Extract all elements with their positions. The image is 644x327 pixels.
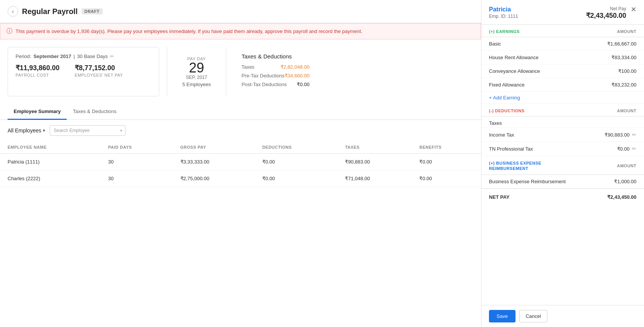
net-pay-row: NET PAY ₹2,43,450.00: [481, 189, 644, 205]
edit-icon[interactable]: ✏: [632, 146, 636, 152]
emp-name-cell: Charles (2222): [0, 170, 100, 187]
net-pay-row-value: ₹2,43,450.00: [607, 194, 636, 200]
pre-tax-value: ₹34,660.00: [285, 73, 310, 79]
net-pay-row-label: NET PAY: [489, 194, 509, 200]
reimbursement-item: Business Expense Reimbursement ₹1,000.00: [481, 175, 644, 189]
period-info: Period: September 2017 | 30 Base Days ✏: [16, 53, 151, 59]
deductions-section-header: (-) DEDUCTIONS AMOUNT: [481, 104, 644, 116]
deduction-item: Income Tax ₹90,883.00 ✏: [481, 128, 644, 142]
summary-card: Period: September 2017 | 30 Base Days ✏ …: [8, 47, 159, 96]
pre-tax-label: Pre-Tax Deductions: [241, 73, 284, 79]
earning-item: Conveyance Allowance ₹100.00: [481, 64, 644, 78]
tab-taxes-deductions[interactable]: Taxes & Deductions: [67, 104, 122, 120]
employees-table: EMPLOYEE NAME PAID DAYS GROSS PAY DEDUCT…: [0, 141, 481, 187]
cancel-button[interactable]: Cancel: [519, 310, 547, 322]
employees-net-pay-label: EMPLOYEES' NET PAY: [75, 73, 123, 77]
emp-name-cell: Patricia (1111): [0, 154, 100, 170]
search-box: Search Employee ▾: [50, 125, 125, 136]
filter-row: All Employees ▾ Search Employee ▾: [0, 120, 481, 141]
deduction-amount: ₹90,883.00 ✏: [605, 132, 636, 138]
benefits-cell: ₹0.00: [412, 154, 481, 170]
reimbursement-list: Business Expense Reimbursement ₹1,000.00: [481, 175, 644, 189]
reimbursement-section-header: (+) BUSINESS EXPENSE REIMBURSEMENT AMOUN…: [481, 156, 644, 175]
payday-employees: 5 Employees: [182, 82, 211, 87]
employees-net-pay-value: ₹8,77,152.00: [75, 64, 123, 72]
col-gross-pay: GROSS PAY: [173, 141, 255, 154]
earnings-list: Basic ₹1,66,667.00 House Rent Allowance …: [481, 37, 644, 92]
taxes-label: Taxes: [241, 64, 254, 70]
deduction-item: TN Professional Tax ₹0.00 ✏: [481, 142, 644, 156]
deduction-amount: ₹0.00 ✏: [617, 146, 636, 152]
search-employee-input[interactable]: Search Employee: [50, 125, 125, 136]
back-button[interactable]: ‹: [8, 6, 18, 17]
taxes-cell: ₹71,048.00: [337, 170, 412, 187]
earning-label: Conveyance Allowance: [489, 68, 540, 74]
earning-label: Fixed Allowance: [489, 82, 525, 88]
period-edit-icon[interactable]: ✏: [110, 53, 114, 59]
add-earning-button[interactable]: + Add Earning: [481, 92, 644, 104]
payroll-cost-label: PAYROLL COST: [16, 73, 60, 77]
payday-day: 29: [189, 61, 204, 75]
earning-amount: ₹83,232.00: [611, 82, 636, 88]
all-employees-dropdown[interactable]: All Employees ▾: [8, 127, 45, 134]
panel-emp-name: Patricia: [489, 6, 558, 13]
table-row[interactable]: Patricia (1111) 30 ₹3,33,333.00 ₹0.00 ₹9…: [0, 154, 481, 170]
table-row[interactable]: Charles (2222) 30 ₹2,75,000.00 ₹0.00 ₹71…: [0, 170, 481, 187]
save-button[interactable]: Save: [489, 310, 516, 322]
earning-label: Basic: [489, 41, 501, 47]
paid-days-cell: 30: [100, 154, 172, 170]
earning-amount: ₹100.00: [618, 68, 636, 74]
alert-message: This payment is overdue by 1,936 day(s).…: [16, 28, 362, 34]
alert-bar: ⓘ This payment is overdue by 1,936 day(s…: [0, 23, 481, 39]
reimbursement-label: Business Expense Reimbursement: [489, 179, 566, 184]
all-employees-chevron: ▾: [43, 128, 45, 133]
panel-emp-id: Emp. ID: 1111: [489, 14, 558, 19]
paid-days-cell: 30: [100, 170, 172, 187]
earning-amount: ₹1,66,667.00: [607, 41, 636, 47]
post-tax-label: Post-Tax Deductions: [241, 82, 287, 87]
taxes-cell: ₹90,883.00: [337, 154, 412, 170]
taxes-title: Taxes & Deductions: [241, 53, 309, 60]
deduction-label: TN Professional Tax: [489, 146, 533, 152]
deductions-amount-header: AMOUNT: [617, 108, 636, 113]
earning-amount: ₹83,334.00: [611, 55, 636, 60]
col-employee-name: EMPLOYEE NAME: [0, 141, 100, 154]
earnings-amount-header: AMOUNT: [617, 29, 636, 34]
reimbursement-amount-header: AMOUNT: [617, 164, 636, 168]
payday-card: PAY DAY 29 SEP, 2017 5 Employees: [167, 47, 226, 96]
benefits-cell: ₹0.00: [412, 170, 481, 187]
col-benefits: BENEFITS: [412, 141, 481, 154]
deductions-sub-label: Taxes: [481, 116, 644, 128]
panel-net-pay-value: ₹2,43,450.00: [558, 11, 626, 20]
edit-icon[interactable]: ✏: [632, 132, 636, 138]
close-panel-button[interactable]: ✕: [631, 6, 636, 13]
search-chevron-icon: ▾: [120, 128, 122, 133]
deductions-cell: ₹0.00: [255, 170, 337, 187]
col-paid-days: PAID DAYS: [100, 141, 172, 154]
col-taxes: TAXES: [337, 141, 412, 154]
deductions-section-title: (-) DEDUCTIONS: [489, 108, 525, 113]
earning-label: House Rent Allowance: [489, 55, 539, 60]
reimbursement-section-title: (+) BUSINESS EXPENSE REIMBURSEMENT: [489, 160, 541, 171]
earnings-section-title: (+) EARNINGS: [489, 29, 520, 34]
alert-icon: ⓘ: [6, 27, 13, 35]
panel-footer: Save Cancel: [481, 305, 644, 327]
deductions-cell: ₹0.00: [255, 154, 337, 170]
post-tax-value: ₹0.00: [297, 82, 309, 87]
taxes-value: ₹2,82,048.00: [280, 64, 310, 70]
earnings-section-header: (+) EARNINGS AMOUNT: [481, 25, 644, 37]
payroll-cost-value: ₹11,93,860.00: [16, 64, 60, 72]
panel-body: (+) EARNINGS AMOUNT Basic ₹1,66,667.00 H…: [481, 25, 644, 305]
draft-badge: DRAFT: [81, 8, 103, 14]
reimbursement-amount: ₹1,000.00: [614, 179, 636, 184]
employee-detail-panel: Patricia Emp. ID: 1111 Net Pay ₹2,43,450…: [481, 0, 644, 327]
earning-item: Fixed Allowance ₹83,232.00: [481, 78, 644, 92]
deduction-label: Income Tax: [489, 132, 514, 138]
taxes-card: Taxes & Deductions Taxes ₹2,82,048.00 Pr…: [234, 47, 317, 96]
payday-month: SEP, 2017: [186, 75, 207, 80]
earning-item: Basic ₹1,66,667.00: [481, 37, 644, 51]
gross-pay-cell: ₹3,33,333.00: [173, 154, 255, 170]
tabs-bar: Employee Summary Taxes & Deductions: [0, 104, 481, 120]
tab-employee-summary[interactable]: Employee Summary: [8, 104, 67, 120]
deductions-list: Income Tax ₹90,883.00 ✏ TN Professional …: [481, 128, 644, 156]
